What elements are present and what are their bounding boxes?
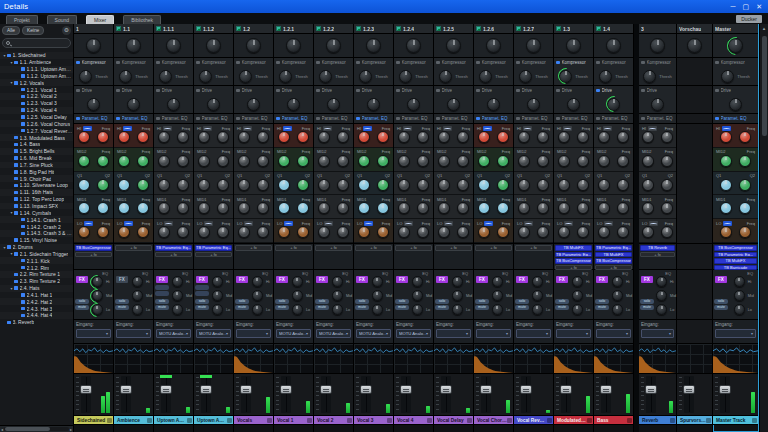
channel-checkbox[interactable] [596, 26, 601, 31]
eq-knob[interactable] [337, 131, 349, 143]
fader-handle[interactable] [560, 385, 572, 394]
mute-button[interactable]: mute [475, 305, 489, 310]
eq-knob[interactable] [478, 131, 490, 143]
fx-enable-button[interactable]: FX [236, 276, 248, 283]
eq-knob[interactable] [177, 131, 189, 143]
drive-knob[interactable] [527, 98, 540, 111]
select-all-button[interactable]: Alle [2, 26, 20, 35]
input-select[interactable]: ▾ [436, 329, 471, 338]
track-name-label[interactable]: Modulated Bass [554, 416, 593, 425]
eq-knob[interactable] [398, 131, 410, 143]
shelf-curve-icon[interactable] [244, 221, 253, 226]
eq-knob[interactable] [337, 179, 349, 191]
add-fx-slot[interactable]: + fx [275, 245, 312, 251]
mute-button[interactable]: mute [515, 305, 529, 310]
gear-icon[interactable]: ⚙ [62, 26, 71, 35]
channel-checkbox[interactable] [476, 26, 481, 31]
channel-eq-knob[interactable] [172, 290, 183, 301]
track-name-label[interactable]: Bass [594, 416, 633, 425]
power-icon[interactable] [116, 61, 120, 65]
eq-knob[interactable] [537, 155, 549, 167]
eq-knob[interactable] [377, 179, 389, 191]
shelf-curve-icon[interactable] [443, 126, 452, 131]
eq-knob[interactable] [518, 226, 530, 238]
channel-checkbox[interactable] [156, 26, 161, 31]
eq-knob[interactable] [158, 226, 170, 238]
shelf-curve-icon[interactable] [723, 221, 732, 226]
eq-knob[interactable] [398, 202, 410, 214]
eq-knob[interactable] [198, 155, 210, 167]
fx-enable-button[interactable]: FX [196, 276, 208, 283]
tree-item[interactable]: 1.1.1. Uptown Ambi... [0, 66, 73, 73]
channel-checkbox[interactable] [116, 26, 121, 31]
eq-knob[interactable] [457, 202, 469, 214]
threshold-knob[interactable] [159, 70, 172, 83]
power-icon[interactable] [556, 89, 560, 93]
eq-knob[interactable] [217, 155, 229, 167]
channel-eq-knob[interactable] [656, 276, 667, 287]
power-icon[interactable] [715, 89, 719, 93]
channel-eq-knob[interactable] [734, 290, 745, 301]
power-icon[interactable] [116, 117, 120, 121]
eq-knob[interactable] [417, 155, 429, 167]
power-icon[interactable] [556, 117, 560, 121]
channel-eq-knob[interactable] [172, 304, 183, 315]
add-fx-slot[interactable]: + fx [235, 245, 272, 251]
tree-item[interactable]: 1.10. Silverware Loop [0, 182, 73, 189]
pan-knob[interactable] [406, 38, 421, 53]
eq-knob[interactable] [518, 202, 530, 214]
eq-knob[interactable] [739, 179, 751, 191]
power-icon[interactable] [396, 61, 400, 65]
drive-knob[interactable] [327, 98, 340, 111]
fx-enable-button[interactable]: FX [276, 276, 288, 283]
channel-checkbox[interactable] [196, 26, 201, 31]
mute-button[interactable]: mute [435, 305, 449, 310]
eq-knob[interactable] [238, 155, 250, 167]
channel-eq-knob[interactable] [92, 304, 103, 315]
pan-knob[interactable] [86, 38, 101, 53]
drive-knob[interactable] [287, 98, 300, 111]
plugin-slot[interactable]: TB Parametric Eq... [195, 245, 232, 251]
channel-eq-knob[interactable] [452, 304, 463, 315]
eq-knob[interactable] [398, 155, 410, 167]
track-name-label[interactable]: Spurvorschau [677, 416, 712, 425]
tree-item[interactable]: 1.14.2. Crash 2 [0, 223, 73, 230]
input-select[interactable]: ▾ [76, 329, 111, 338]
eq-knob[interactable] [238, 179, 250, 191]
threshold-knob[interactable] [559, 70, 572, 83]
power-icon[interactable] [596, 89, 600, 93]
add-fx-slot[interactable]: + fx [515, 245, 552, 251]
eq-knob[interactable] [198, 131, 210, 143]
shelf-curve-icon[interactable] [323, 126, 332, 131]
fader-handle[interactable] [600, 385, 612, 394]
solo-button[interactable]: solo [275, 299, 289, 304]
channel-eq-knob[interactable] [532, 304, 543, 315]
track-name-label[interactable]: Vocal Chorus [474, 416, 513, 425]
input-select[interactable]: ▾ [476, 329, 511, 338]
eq-knob[interactable] [720, 179, 732, 191]
channel-checkbox[interactable] [236, 26, 241, 31]
mute-button[interactable]: mute [315, 305, 329, 310]
eq-knob[interactable] [278, 131, 290, 143]
eq-knob[interactable] [198, 179, 210, 191]
eq-knob[interactable] [118, 155, 130, 167]
drive-knob[interactable] [127, 98, 140, 111]
pan-knob[interactable] [326, 38, 341, 53]
shelf-curve-icon[interactable] [404, 221, 413, 226]
fader-handle[interactable] [520, 385, 532, 394]
eq-knob[interactable] [358, 179, 370, 191]
eq-knob[interactable] [398, 226, 410, 238]
eq-knob[interactable] [97, 131, 109, 143]
eq-knob[interactable] [417, 179, 429, 191]
eq-knob[interactable] [257, 226, 269, 238]
tab-sound[interactable]: Sound [47, 15, 77, 24]
solo-button[interactable]: solo [235, 299, 249, 304]
solo-button[interactable]: solo [595, 299, 609, 304]
channel-checkbox[interactable] [316, 26, 321, 31]
eq-knob[interactable] [198, 226, 210, 238]
channel-eq-knob[interactable] [572, 290, 583, 301]
eq-knob[interactable] [558, 179, 570, 191]
shelf-curve-icon[interactable] [483, 126, 492, 131]
scroll-left-icon[interactable]: ◂ [1, 427, 3, 432]
plugin-slot[interactable]: TB MultiFX [555, 245, 592, 251]
